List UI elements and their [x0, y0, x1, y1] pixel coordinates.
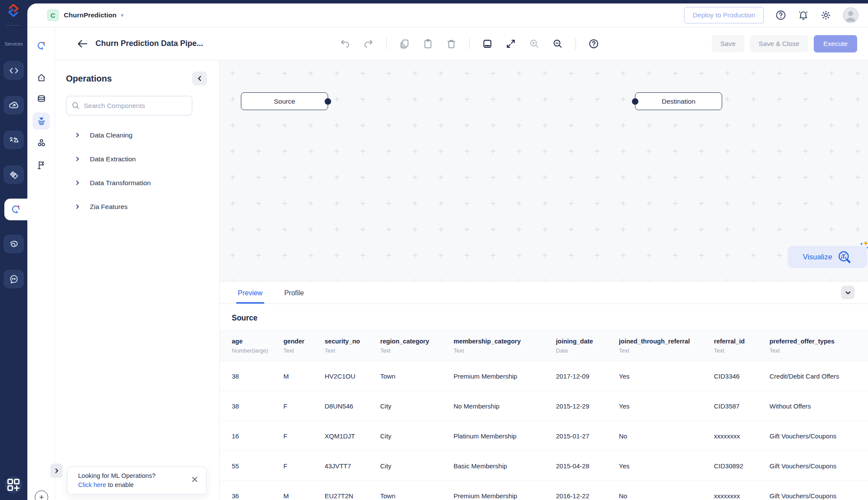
apps-grid-icon	[5, 476, 22, 493]
column-header[interactable]: preferred_offer_typesText	[769, 331, 868, 361]
source-output-port[interactable]	[325, 98, 331, 105]
table-row[interactable]: 38MHV2C1OUTownPremium Membership2017-12-…	[220, 361, 868, 391]
expand-ml-panel-button[interactable]	[50, 464, 62, 478]
redo-icon[interactable]	[363, 38, 374, 49]
table-cell: 43JVTT7	[325, 451, 380, 481]
column-name: gender	[283, 338, 320, 345]
operations-group-data-transformation[interactable]: Data Transformation	[55, 171, 219, 195]
table-cell: Gift Vouchers/Coupons	[769, 451, 868, 481]
component-search[interactable]	[66, 96, 192, 115]
operations-group-label: Data Cleaning	[90, 131, 132, 139]
search-icon	[72, 101, 80, 110]
operations-list: Data Cleaning Data Extraction Data Trans…	[55, 123, 219, 219]
project-dropdown-caret-icon[interactable]: ▼	[120, 13, 124, 18]
tab-profile[interactable]: Profile	[283, 289, 305, 304]
collapse-preview-button[interactable]	[841, 286, 855, 299]
table-cell: CID30892	[714, 451, 769, 481]
search-input[interactable]	[84, 102, 187, 110]
module-datasets[interactable]	[33, 91, 50, 108]
table-cell: Basic Membership	[454, 451, 556, 481]
paste-icon[interactable]	[422, 38, 434, 49]
fit-to-screen-icon[interactable]	[505, 38, 516, 49]
execute-button[interactable]: Execute	[814, 35, 857, 52]
copy-icon[interactable]	[399, 38, 410, 49]
table-cell: Credit/Debit Card Offers	[769, 361, 868, 391]
canvas-help-icon[interactable]	[588, 38, 599, 49]
apps-launcher-button[interactable]	[5, 476, 22, 493]
table-row[interactable]: 55F43JVTT7CityBasic Membership2015-04-28…	[220, 451, 868, 481]
table-cell: Platinum Membership	[454, 421, 556, 451]
pipeline-canvas[interactable]: Source Destination Visualize	[219, 60, 868, 281]
table-row[interactable]: 16FXQM1DJTCityPlatinum Membership2015-01…	[220, 421, 868, 451]
column-type: Number(large)	[232, 347, 279, 354]
zoom-in-icon[interactable]	[529, 38, 540, 49]
module-zia-fish[interactable]	[33, 37, 50, 54]
ml-operations-callout: Looking for ML Operations? Click here to…	[67, 467, 207, 494]
column-header[interactable]: region_categoryText	[380, 331, 454, 361]
tab-preview[interactable]: Preview	[237, 289, 263, 304]
operations-group-data-extraction[interactable]: Data Extraction	[55, 147, 219, 171]
table-cell: XQM1DJT	[325, 421, 380, 451]
sidebar-item-integrations[interactable]	[3, 165, 24, 184]
column-header[interactable]: genderText	[283, 331, 325, 361]
table-row[interactable]: 38FD8UN546CityNo Membership2015-12-29Yes…	[220, 391, 868, 421]
delete-trash-icon[interactable]	[446, 38, 457, 49]
destination-input-port[interactable]	[632, 98, 638, 105]
ml-callout-click-here-link[interactable]: Click here	[78, 481, 106, 488]
back-button[interactable]	[76, 37, 89, 51]
module-milestones[interactable]	[33, 156, 50, 173]
preview-panel: Preview Profile Source ageNumber(large)g…	[219, 281, 868, 500]
zoom-out-icon[interactable]	[552, 38, 563, 49]
sidebar-item-assist[interactable]	[3, 270, 24, 288]
preview-table: ageNumber(large)genderTextsecurity_noTex…	[220, 330, 868, 500]
notifications-bell-icon[interactable]	[798, 10, 809, 21]
settings-gear-icon[interactable]	[820, 10, 832, 21]
save-and-close-button[interactable]: Save & Close	[750, 35, 808, 52]
collapse-panel-button[interactable]	[192, 72, 207, 85]
ml-callout-question: Looking for ML Operations?	[78, 471, 155, 480]
column-header[interactable]: referral_idText	[714, 331, 769, 361]
visualize-button[interactable]: Visualize	[788, 246, 867, 268]
spiral-icon	[8, 239, 20, 250]
table-cell: F	[283, 451, 325, 481]
module-home[interactable]	[33, 69, 50, 86]
sidebar-item-code[interactable]	[3, 61, 24, 80]
table-cell: D8UN546	[325, 391, 380, 421]
save-button[interactable]: Save	[712, 35, 744, 52]
column-type: Text	[380, 347, 449, 354]
add-pipeline-button[interactable]: +	[35, 490, 48, 500]
source-node[interactable]: Source	[241, 92, 328, 110]
brand-logo	[5, 3, 22, 21]
module-clusters[interactable]	[33, 134, 50, 151]
column-header[interactable]: membership_categoryText	[454, 331, 556, 361]
column-type: Text	[283, 347, 320, 354]
destination-node[interactable]: Destination	[635, 92, 722, 110]
table-cell: CID3346	[714, 361, 769, 391]
sidebar-item-flow[interactable]	[3, 235, 24, 253]
sidebar-item-cloud[interactable]	[3, 96, 24, 114]
toolbar-divider	[386, 38, 387, 49]
table-row[interactable]: 36MEU27T2NTownPremium Membership2016-12-…	[220, 481, 868, 500]
column-name: joining_date	[556, 338, 615, 345]
deploy-to-production-button[interactable]: Deploy to Production	[684, 7, 764, 23]
sidebar-item-dataprep-active[interactable]	[4, 199, 27, 220]
project-name: ChurnPrediction	[64, 11, 116, 19]
operations-group-label: Data Transformation	[90, 179, 151, 187]
module-pipeline-active[interactable]	[33, 112, 50, 130]
close-callout-button[interactable]	[189, 475, 200, 486]
column-header[interactable]: joined_through_referralText	[619, 331, 714, 361]
toggle-bottom-panel-icon[interactable]	[482, 38, 493, 49]
operations-group-data-cleaning[interactable]: Data Cleaning	[55, 123, 219, 147]
column-header[interactable]: joining_dateDate	[556, 331, 619, 361]
user-avatar[interactable]	[843, 7, 858, 23]
column-header[interactable]: ageNumber(large)	[220, 331, 283, 361]
column-name: preferred_offer_types	[769, 338, 868, 345]
undo-icon[interactable]	[339, 38, 351, 49]
operations-group-zia-features[interactable]: Zia Features	[55, 195, 219, 219]
table-cell: Gift Vouchers/Coupons	[769, 421, 868, 451]
sidebar-item-zia[interactable]	[3, 131, 24, 149]
help-icon[interactable]	[775, 10, 786, 21]
nodes-icon	[36, 137, 47, 148]
column-type: Text	[325, 347, 376, 354]
column-header[interactable]: security_noText	[325, 331, 380, 361]
